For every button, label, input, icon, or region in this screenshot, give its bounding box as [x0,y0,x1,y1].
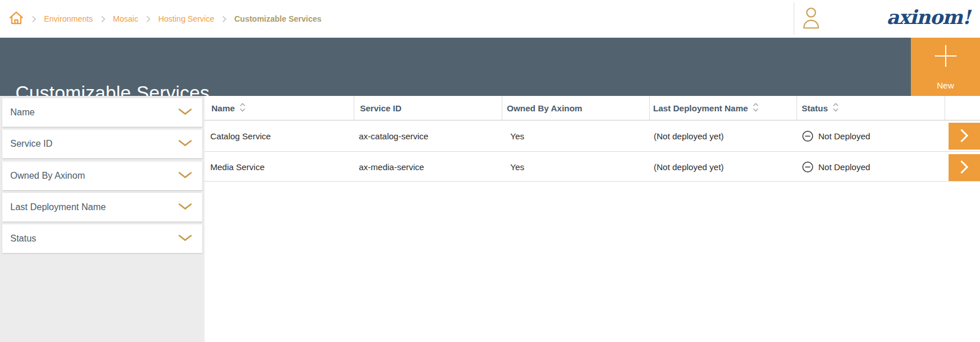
breadcrumb: Environments Mosaic Hosting Service Cust… [9,0,322,38]
new-button-label: New [911,81,980,90]
chevron-down-icon [178,234,193,244]
cell-name: Catalog Service [210,120,271,151]
filter-status[interactable]: Status [2,224,202,253]
sort-icon [833,103,839,114]
cell-last-deployment-name: (Not deployed yet) [654,152,724,181]
chevron-down-icon [178,202,193,212]
cell-status: Not Deployed [802,120,870,151]
home-icon [9,10,24,28]
sort-icon [753,103,759,114]
breadcrumb-link-environments[interactable]: Environments [44,14,93,23]
new-button[interactable]: New [911,38,980,96]
table-row[interactable]: Media Service ax-media-service Yes (Not … [205,152,980,182]
chevron-down-icon [178,171,193,181]
cell-name: Media Service [210,152,265,181]
column-header-last-deployment-name[interactable]: Last Deployment Name [653,96,759,120]
breadcrumb-current-page: Customizable Services [234,14,322,23]
filter-owned-by-axinom[interactable]: Owned By Axinom [2,162,202,190]
cell-service-id: ax-media-service [359,152,424,181]
plus-icon [934,44,958,70]
column-header-label: Service ID [360,103,402,113]
user-profile-button[interactable] [801,6,821,31]
chevron-right-icon [959,128,969,145]
home-breadcrumb-link[interactable] [9,10,24,28]
column-header-label: Status [802,103,828,113]
cell-status: Not Deployed [802,152,870,181]
column-divider [354,96,354,120]
row-open-button[interactable] [949,154,980,181]
filter-name[interactable]: Name [2,98,202,127]
chevron-right-icon [959,159,969,176]
filter-service-id[interactable]: Service ID [2,130,202,158]
chevron-down-icon [178,107,193,118]
breadcrumb-separator-icon [222,15,227,23]
axinom-logo: axinom! [886,6,970,29]
cell-service-id: ax-catalog-service [359,120,429,151]
filter-label: Status [10,234,36,244]
cell-last-deployment-name: (Not deployed yet) [654,120,724,151]
status-label: Not Deployed [818,131,870,141]
cell-owned-by-axinom: Yes [510,120,524,151]
filter-label: Service ID [10,139,53,149]
column-divider [945,96,945,120]
sort-icon [239,103,246,114]
breadcrumb-separator-icon [101,15,106,23]
breadcrumb-link-hosting-service[interactable]: Hosting Service [158,14,214,23]
filter-label: Name [10,107,35,118]
breadcrumb-link-mosaic[interactable]: Mosaic [113,14,138,23]
column-divider [797,96,797,120]
page-header: Customizable Services Showing all of 2 E… [0,38,911,96]
breadcrumb-separator-icon [146,15,151,23]
topbar: Environments Mosaic Hosting Service Cust… [0,0,980,38]
topbar-divider [794,2,794,35]
column-header-label: Owned By Axinom [507,103,582,113]
column-header-label: Last Deployment Name [653,103,748,113]
column-header-name[interactable]: Name [211,96,246,120]
filter-sidebar: Name Service ID Owned By Axinom Last Dep… [0,96,205,342]
breadcrumb-separator-icon [31,15,37,23]
column-divider [649,96,650,120]
row-open-button[interactable] [949,123,980,150]
minus-circle-icon [802,130,814,142]
filter-label: Last Deployment Name [10,202,106,212]
column-header-owned-by-axinom[interactable]: Owned By Axinom [507,96,582,120]
user-icon [802,7,820,31]
status-label: Not Deployed [818,162,870,172]
minus-circle-icon [802,161,814,173]
column-header-label: Name [211,103,235,113]
filter-label: Owned By Axinom [10,171,85,181]
chevron-down-icon [178,139,193,149]
filter-last-deployment-name[interactable]: Last Deployment Name [2,193,202,222]
column-header-service-id[interactable]: Service ID [360,96,402,120]
table-row[interactable]: Catalog Service ax-catalog-service Yes (… [205,120,980,152]
column-header-status[interactable]: Status [802,96,839,120]
column-divider [502,96,502,120]
cell-owned-by-axinom: Yes [510,152,524,181]
